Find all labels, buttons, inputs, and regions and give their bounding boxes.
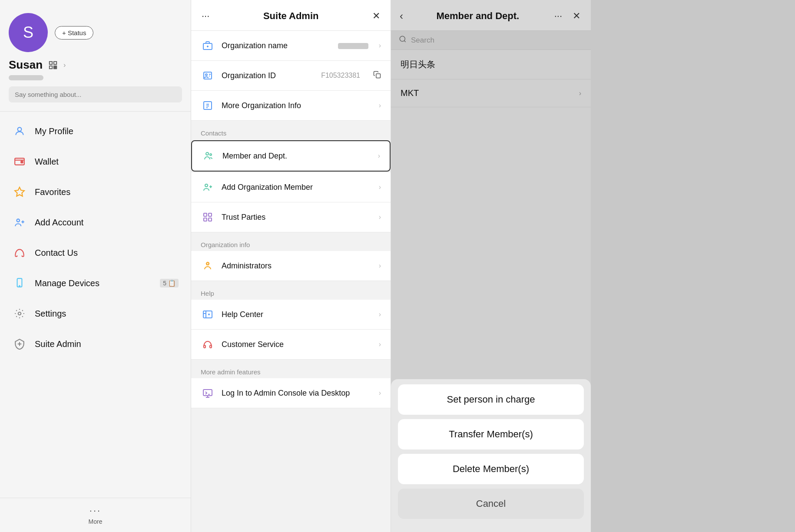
suite-admin-title: Suite Admin: [211, 10, 371, 22]
svg-rect-0: [50, 61, 52, 64]
org-name-item[interactable]: Organization name ›: [191, 31, 391, 61]
svg-rect-38: [204, 213, 207, 216]
svg-marker-43: [205, 261, 210, 266]
section-divider-2: [191, 232, 391, 236]
help-section-header: Help: [191, 284, 391, 300]
svg-rect-1: [54, 61, 56, 64]
back-button[interactable]: ‹: [400, 10, 403, 22]
contact-icon: [12, 245, 27, 260]
customer-service-item[interactable]: Customer Service ›: [191, 330, 391, 360]
svg-point-12: [17, 219, 20, 222]
org-name-value: [338, 42, 368, 50]
more-section: ··· More: [0, 498, 191, 532]
administrators-item[interactable]: Administrators ›: [191, 251, 391, 281]
delete-members-button[interactable]: Delete Member(s): [398, 454, 584, 484]
qr-icon[interactable]: [47, 59, 59, 71]
add-org-member-label: Add Organization Member: [222, 183, 372, 192]
administrators-chevron-icon: ›: [379, 262, 381, 270]
customer-service-chevron-icon: ›: [379, 340, 381, 348]
org-id-item[interactable]: Organization ID F105323381: [191, 61, 391, 91]
org-item-label: 明日头条: [401, 59, 435, 70]
profile-name: Susan: [9, 58, 43, 72]
settings-icon: [12, 306, 27, 321]
help-center-label: Help Center: [222, 310, 372, 319]
search-placeholder-text: Search: [411, 36, 434, 45]
sidebar-item-label: Settings: [35, 309, 179, 319]
transfer-members-button[interactable]: Transfer Member(s): [398, 419, 584, 449]
org-name-chevron-icon: ›: [379, 42, 381, 50]
trust-parties-label: Trust Parties: [222, 213, 372, 222]
trust-parties-item[interactable]: Trust Parties ›: [191, 202, 391, 232]
org-item-label: MKT: [401, 88, 419, 98]
more-org-info-item[interactable]: More Organization Info ›: [191, 91, 391, 121]
svg-rect-39: [209, 213, 212, 216]
contacts-section-header: Contacts: [191, 124, 391, 139]
sidebar-item-add-account[interactable]: Add Account: [0, 207, 191, 238]
member-dept-header: ‹ Member and Dept. ··· ✕: [391, 0, 591, 31]
profile-top: S + Status: [9, 13, 182, 52]
help-center-item[interactable]: Help Center ›: [191, 300, 391, 330]
header-right-icons: ✕: [371, 9, 382, 23]
sidebar-item-label: Suite Admin: [35, 339, 179, 349]
trust-parties-chevron-icon: ›: [379, 213, 381, 221]
search-bar[interactable]: Search: [391, 31, 591, 50]
more-admin-section-header: More admin features: [191, 363, 391, 378]
status-button[interactable]: + Status: [55, 26, 93, 40]
more-org-info-chevron-icon: ›: [379, 102, 381, 109]
section-divider-3: [191, 281, 391, 284]
svg-point-7: [18, 127, 22, 131]
cancel-button[interactable]: Cancel: [398, 489, 584, 519]
add-org-member-item[interactable]: Add Organization Member ›: [191, 172, 391, 202]
more-dots-icon: ···: [89, 505, 101, 516]
profile-subtitle: [9, 75, 43, 80]
more-button[interactable]: ··· More: [89, 505, 103, 525]
search-icon: [399, 35, 407, 45]
set-person-in-charge-button[interactable]: Set person in charge: [398, 384, 584, 415]
sidebar-item-my-profile[interactable]: My Profile: [0, 116, 191, 146]
close-icon[interactable]: ✕: [371, 9, 382, 23]
svg-point-52: [400, 36, 405, 41]
sidebar-item-label: Favorites: [35, 187, 179, 197]
org-info-section-header: Organization info: [191, 236, 391, 251]
member-dept-label: Member and Dept.: [222, 152, 371, 161]
admin-console-chevron-icon: ›: [379, 389, 381, 397]
admin-console-label: Log In to Admin Console via Desktop: [222, 389, 372, 398]
admin-console-icon: [201, 386, 215, 400]
help-center-chevron-icon: ›: [379, 311, 381, 318]
sidebar-item-label: Manage Devices: [35, 278, 152, 288]
sidebar-item-settings[interactable]: Settings: [0, 298, 191, 329]
sidebar-item-wallet[interactable]: Wallet: [0, 146, 191, 177]
org-id-label: Organization ID: [222, 71, 314, 80]
member-dept-close-icon[interactable]: ✕: [571, 9, 582, 23]
help-center-icon: [201, 307, 215, 321]
list-item[interactable]: 明日头条: [391, 50, 591, 79]
favorites-icon: [12, 185, 27, 199]
svg-point-33: [206, 152, 209, 155]
svg-rect-40: [204, 218, 207, 221]
svg-rect-28: [376, 74, 381, 78]
profile-icon: [12, 124, 27, 139]
avatar[interactable]: S: [9, 13, 48, 52]
copy-icon[interactable]: [373, 71, 381, 80]
more-options-icon[interactable]: ···: [200, 9, 211, 23]
header-left-icons: ···: [200, 9, 211, 23]
member-dept-more-icon[interactable]: ···: [553, 9, 564, 23]
sidebar-item-manage-devices[interactable]: Manage Devices 5 📋: [0, 268, 191, 298]
trust-parties-icon: [201, 210, 215, 224]
member-dept-item[interactable]: Member and Dept. ›: [191, 140, 391, 172]
sidebar-item-label: My Profile: [35, 126, 179, 136]
right-panel: ‹ Member and Dept. ··· ✕ Search 明日头条 MKT…: [391, 0, 591, 532]
member-dept-title: Member and Dept.: [403, 10, 553, 22]
administrators-icon: [201, 259, 215, 273]
sidebar-item-favorites[interactable]: Favorites: [0, 177, 191, 207]
sidebar-item-suite-admin[interactable]: Suite Admin: [0, 329, 191, 359]
admin-console-item[interactable]: Log In to Admin Console via Desktop ›: [191, 378, 391, 408]
suite-admin-header: ··· Suite Admin ✕: [191, 0, 391, 31]
svg-marker-11: [15, 187, 24, 196]
sidebar-item-contact-us[interactable]: Contact Us: [0, 238, 191, 268]
status-input[interactable]: [9, 86, 182, 102]
svg-point-17: [19, 286, 20, 287]
profile-chevron: ›: [63, 61, 66, 69]
section-divider-1: [191, 121, 391, 124]
list-item[interactable]: MKT ›: [391, 79, 591, 107]
